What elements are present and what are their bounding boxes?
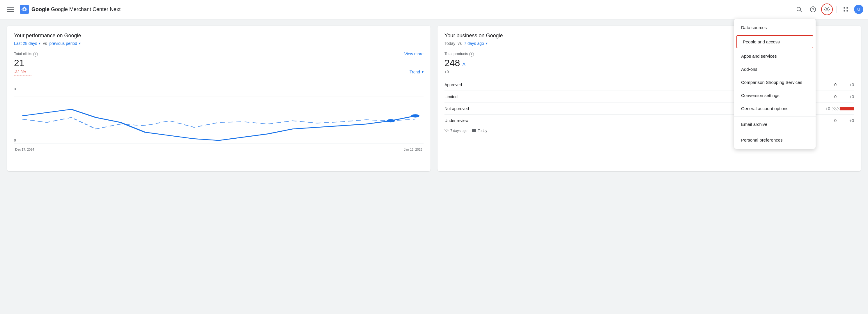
view-more-link[interactable]: View more (404, 52, 424, 56)
trend-chevron: ▾ (422, 70, 424, 74)
dropdown-item-add-ons[interactable]: Add-ons (734, 63, 816, 76)
not-approved-bar (833, 107, 854, 110)
metrics-section: View more Total clicks i 21 Trend ▾ -32.… (14, 52, 424, 76)
settings-dropdown: Data sources People and access Apps and … (734, 19, 816, 149)
compare-selector[interactable]: previous period ▾ (49, 41, 81, 46)
change-pct: -32.3% (14, 69, 424, 74)
today-label: Today (444, 41, 455, 46)
svg-text:?: ? (812, 7, 814, 12)
dropdown-divider-2 (734, 132, 816, 132)
dropdown-item-email-archive[interactable]: Email archive (734, 118, 816, 131)
svg-rect-7 (844, 7, 845, 9)
days-ago-selector[interactable]: 7 days ago ▾ (464, 41, 488, 46)
dropdown-item-data-sources[interactable]: Data sources (734, 21, 816, 34)
search-button[interactable] (793, 3, 805, 15)
dropdown-item-general-account[interactable]: General account options (734, 102, 816, 115)
avatar[interactable]: U (854, 5, 863, 14)
chart-svg (14, 93, 424, 145)
row-delta: +0 (837, 118, 854, 123)
header-right: ? U (793, 3, 863, 15)
period-chevron: ▾ (39, 41, 40, 46)
solid-line-dot (411, 114, 420, 117)
performance-chart: 3 0 Dec 17, 2024 Jan 13, 2025 (14, 87, 424, 151)
legend-7-days-label: 7 days ago (450, 129, 467, 133)
svg-point-6 (826, 8, 828, 10)
search-icon (796, 6, 802, 12)
trend-selector[interactable]: Trend ▾ (409, 69, 424, 74)
compare-chevron: ▾ (79, 41, 81, 46)
total-products-value: 248 (444, 58, 460, 68)
row-value: 0 (819, 118, 837, 123)
google-apps-button[interactable] (840, 3, 852, 15)
svg-line-3 (800, 10, 801, 12)
total-products-info[interactable]: i (469, 52, 474, 57)
x-label-start: Dec 17, 2024 (15, 148, 34, 151)
y-label-min: 0 (14, 138, 16, 142)
app-title: Google Google Merchant Center Next (31, 6, 121, 12)
chart-x-labels: Dec 17, 2024 Jan 13, 2025 (14, 148, 424, 151)
total-clicks-label: Total clicks i (14, 52, 424, 57)
total-clicks-value: 21 (14, 58, 424, 68)
legend-7-days: 7 days ago (444, 129, 467, 133)
solid-line-dot2 (386, 119, 395, 122)
legend-striped-icon (444, 129, 448, 132)
dashed-divider (14, 75, 31, 76)
svg-point-1 (24, 8, 25, 10)
help-button[interactable]: ? (807, 3, 819, 15)
delta-divider (444, 74, 453, 74)
dropdown-item-personal-preferences[interactable]: Personal preferences (734, 134, 816, 146)
row-delta: +0 (837, 82, 854, 87)
settings-button[interactable] (821, 3, 833, 15)
row-value: 0 (819, 94, 837, 99)
dropdown-item-conversion-settings[interactable]: Conversion settings (734, 89, 816, 102)
total-clicks-info[interactable]: i (33, 52, 38, 57)
performance-card: Your performance on Google Last 28 days … (7, 26, 431, 171)
y-label-max: 3 (14, 87, 16, 91)
vs-text: vs (43, 41, 47, 46)
compare-label: previous period (49, 41, 77, 46)
row-value: 0 (819, 82, 837, 87)
logo-container: Google Google Merchant Center Next (20, 5, 121, 14)
dropdown-item-comparison-shopping[interactable]: Comparison Shopping Services (734, 76, 816, 89)
performance-subtitle: Last 28 days ▾ vs previous period ▾ (14, 41, 424, 46)
hamburger-button[interactable] (5, 3, 16, 15)
header-divider (836, 6, 837, 13)
hamburger-icon (7, 6, 14, 13)
legend-today: Today (472, 129, 487, 133)
app-header: Google Google Merchant Center Next ? (0, 0, 868, 19)
days-ago-chevron: ▾ (486, 41, 488, 46)
performance-title: Your performance on Google (14, 33, 424, 39)
svg-rect-9 (844, 10, 845, 12)
svg-rect-8 (847, 7, 848, 9)
period-label: Last 28 days (14, 41, 37, 46)
row-delta: +0 (837, 94, 854, 99)
help-icon: ? (810, 6, 816, 12)
dropdown-item-people-access[interactable]: People and access (737, 35, 813, 48)
merchant-center-logo (20, 5, 29, 14)
legend-solid-icon (472, 129, 476, 132)
svg-rect-10 (847, 10, 848, 12)
legend-today-label: Today (478, 129, 487, 133)
bar-solid (840, 107, 854, 110)
settings-icon (824, 6, 830, 12)
dropdown-item-apps-services[interactable]: Apps and services (734, 50, 816, 63)
x-label-end: Jan 13, 2025 (404, 148, 422, 151)
business-vs: vs (458, 41, 462, 46)
header-left: Google Google Merchant Center Next (5, 3, 793, 15)
bar-striped (833, 107, 839, 110)
grid-icon (843, 6, 849, 12)
products-link[interactable]: A (462, 62, 465, 67)
period-selector[interactable]: Last 28 days ▾ (14, 41, 40, 46)
